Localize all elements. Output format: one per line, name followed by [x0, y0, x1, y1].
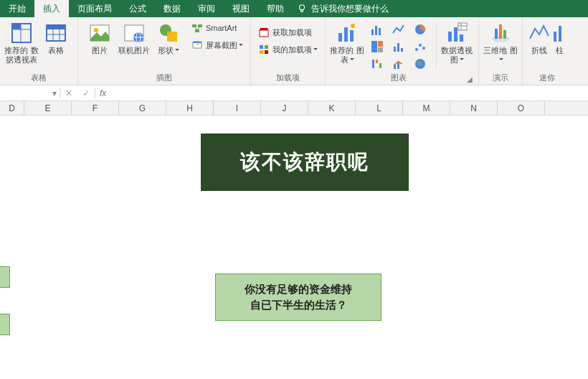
formula-input[interactable]: [110, 85, 588, 100]
shape-stub-1[interactable]: [0, 266, 10, 288]
3d-map-button[interactable]: 三维地 图: [483, 20, 518, 66]
map-chart-button[interactable]: [410, 56, 430, 72]
svg-rect-26: [260, 30, 268, 37]
tab-review[interactable]: 审阅: [189, 0, 224, 17]
pivotchart-button[interactable]: 数据透视图: [440, 20, 474, 66]
tab-insert[interactable]: 插入: [34, 0, 69, 17]
enter-formula-button[interactable]: ✓: [77, 88, 95, 98]
svg-rect-18: [167, 32, 177, 42]
scatter-chart-button[interactable]: [410, 39, 430, 55]
svg-rect-34: [350, 30, 354, 42]
svg-rect-49: [372, 60, 374, 68]
title-shape[interactable]: 该不该辞职呢: [201, 134, 409, 191]
question-shape[interactable]: 你没有足够的资金维持 自已下半生的生活？: [215, 273, 381, 321]
pie-chart-button[interactable]: [410, 22, 430, 37]
tab-start[interactable]: 开始: [0, 0, 34, 17]
tab-view[interactable]: 视图: [224, 0, 258, 17]
col-header[interactable]: I: [214, 101, 261, 115]
waterfall-chart-button[interactable]: [367, 56, 387, 72]
screenshot-icon: [191, 39, 203, 51]
my-addins-button[interactable]: 我的加载项: [255, 42, 321, 57]
col-header[interactable]: E: [24, 101, 72, 115]
group-label-illus: 插图: [82, 72, 246, 85]
svg-rect-3: [12, 24, 21, 29]
svg-point-0: [300, 5, 305, 10]
combo-chart-button[interactable]: [389, 56, 409, 72]
recommended-pivottable-button[interactable]: 推荐的 数据透视表: [4, 20, 39, 66]
shapes-icon: [157, 22, 180, 45]
svg-point-12: [94, 28, 98, 32]
col-header[interactable]: K: [308, 101, 356, 115]
sparkline-column-icon: [552, 22, 566, 45]
col-header[interactable]: O: [498, 101, 545, 115]
sparkline-line-button[interactable]: 折线: [527, 20, 551, 57]
svg-point-47: [419, 44, 422, 47]
tab-formula[interactable]: 公式: [120, 0, 155, 17]
addins-icon: [258, 44, 270, 55]
col-header[interactable]: L: [356, 101, 403, 115]
recommended-charts-button[interactable]: 推荐的 图表: [330, 20, 364, 66]
col-header[interactable]: N: [450, 101, 498, 115]
tab-layout[interactable]: 页面布局: [69, 0, 120, 17]
col-header[interactable]: G: [119, 101, 166, 115]
svg-rect-43: [394, 47, 396, 52]
tab-help[interactable]: 帮助: [258, 0, 293, 17]
line-chart-button[interactable]: [389, 22, 409, 37]
online-picture-icon: [123, 22, 146, 45]
svg-rect-38: [379, 28, 381, 35]
online-picture-button[interactable]: 联机图片: [117, 20, 151, 57]
charts-dialog-launcher[interactable]: ◢: [467, 75, 473, 83]
svg-rect-45: [401, 48, 403, 52]
ribbon-tabs: 开始 插入 页面布局 公式 数据 审阅 视图 帮助 告诉我你想要做什么: [0, 0, 588, 17]
svg-rect-64: [503, 30, 506, 39]
svg-marker-27: [260, 28, 268, 30]
svg-rect-20: [198, 24, 202, 27]
picture-icon: [88, 22, 111, 45]
shapes-button[interactable]: 形状: [151, 20, 186, 57]
group-tables: 推荐的 数据透视表 表格 表格: [0, 17, 78, 85]
shape-stub-2[interactable]: [0, 314, 10, 335]
line-chart-icon: [392, 22, 406, 37]
svg-rect-31: [265, 50, 268, 54]
get-addins-button[interactable]: 获取加载项: [255, 24, 321, 40]
col-header[interactable]: F: [72, 101, 119, 115]
svg-rect-32: [338, 33, 342, 42]
smartart-button[interactable]: SmartArt: [189, 20, 246, 36]
hierarchy-chart-button[interactable]: [367, 39, 387, 55]
tell-me[interactable]: 告诉我你想要做什么: [297, 3, 389, 15]
svg-rect-62: [495, 29, 498, 39]
table-button[interactable]: 表格: [39, 20, 73, 57]
pivottable-icon: [10, 22, 33, 45]
col-header[interactable]: H: [166, 101, 214, 115]
tell-me-label: 告诉我你想要做什么: [311, 3, 389, 15]
3d-map-icon: [489, 22, 512, 45]
svg-rect-41: [378, 41, 383, 47]
col-header[interactable]: M: [403, 101, 450, 115]
map-icon: [413, 57, 427, 71]
recommended-charts-icon: [336, 22, 359, 45]
svg-rect-55: [448, 32, 452, 42]
screenshot-button[interactable]: 屏幕截图: [189, 37, 246, 53]
svg-rect-30: [260, 50, 263, 54]
worksheet-area[interactable]: 该不该辞职呢 你没有足够的资金维持 自已下半生的生活？: [0, 116, 588, 379]
svg-rect-1: [301, 10, 303, 12]
col-header[interactable]: D: [0, 101, 24, 115]
svg-rect-25: [193, 42, 201, 43]
svg-rect-21: [195, 29, 199, 32]
sparkline-line-icon: [528, 22, 551, 45]
column-chart-button[interactable]: [367, 22, 387, 37]
cancel-formula-button[interactable]: ✕: [60, 88, 77, 98]
picture-button[interactable]: 图片: [82, 20, 117, 57]
fx-label[interactable]: fx: [95, 88, 110, 98]
svg-rect-58: [458, 23, 467, 30]
sparkline-column-button[interactable]: 柱: [551, 20, 567, 57]
group-label-tours: 演示: [483, 72, 518, 85]
tab-data[interactable]: 数据: [155, 0, 189, 17]
svg-point-46: [415, 48, 418, 51]
name-box-dropdown[interactable]: ▾: [49, 88, 60, 98]
statistic-chart-button[interactable]: [389, 39, 409, 55]
svg-rect-44: [397, 43, 399, 52]
col-header[interactable]: J: [261, 101, 308, 115]
svg-rect-42: [378, 47, 383, 52]
waterfall-icon: [370, 57, 384, 71]
